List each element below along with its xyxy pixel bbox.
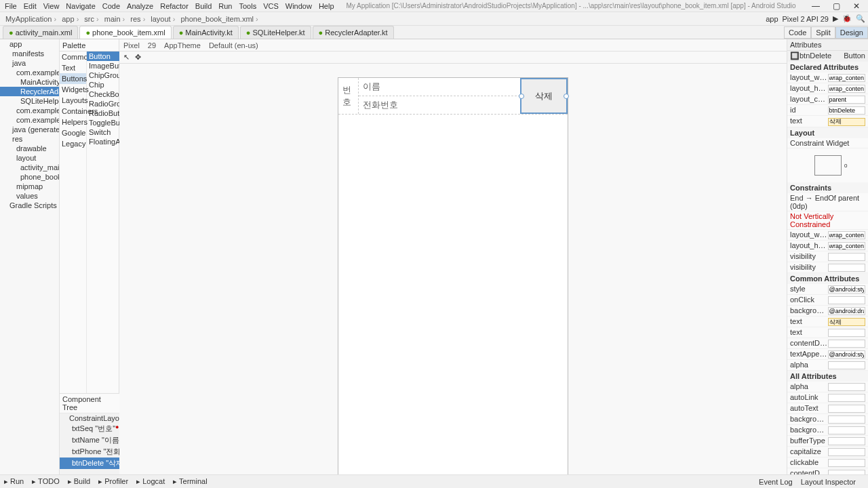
status-right-item[interactable]: Layout Inspector (801, 478, 856, 486)
project-tree-item[interactable]: MainActivity (0, 77, 59, 87)
zoom[interactable]: 29 (148, 41, 156, 49)
tool-window-btn[interactable]: ▸ Logcat (136, 477, 165, 486)
palette-category[interactable]: Widgets (60, 84, 86, 95)
menu-window[interactable]: Window (282, 2, 315, 10)
sec-layout[interactable]: Layout (787, 127, 868, 138)
menu-tools[interactable]: Tools (235, 2, 260, 10)
menu-vcs[interactable]: VCS (260, 2, 282, 10)
attr-value-input[interactable] (828, 106, 866, 115)
attr-value-input[interactable] (828, 448, 866, 456)
project-tree-item[interactable]: manifests (0, 49, 59, 58)
palette-category[interactable]: Google (60, 127, 86, 138)
attr-value-input[interactable] (828, 231, 866, 239)
menu-run[interactable]: Run (215, 2, 235, 10)
mode-code[interactable]: Code (784, 26, 811, 39)
maximize-button[interactable]: ▢ (826, 1, 846, 11)
attr-value-input[interactable] (828, 329, 866, 337)
attr-value-input[interactable] (828, 74, 866, 82)
component-tree-item[interactable]: txtSeq "번호"● (60, 423, 119, 434)
project-tree-item[interactable]: phone_book_item.xml (0, 172, 59, 182)
project-tree-item[interactable]: java (0, 58, 59, 68)
editor-tab[interactable]: ●SQLiteHelper.kt (240, 26, 311, 39)
attr-value-input[interactable] (828, 253, 866, 261)
tool-window-btn[interactable]: ▸ Terminal (173, 477, 207, 486)
attr-value-input[interactable] (828, 383, 866, 391)
attr-value-input[interactable] (828, 264, 866, 272)
menu-build[interactable]: Build (192, 2, 215, 10)
attr-value-input[interactable] (828, 296, 866, 304)
breadcrumb-item[interactable]: app (59, 15, 81, 23)
editor-tab[interactable]: ●activity_main.xml (3, 26, 78, 39)
palette-category[interactable]: Containers (60, 106, 86, 117)
button-delete[interactable]: 삭제 (520, 78, 568, 114)
project-tree-item[interactable]: app (0, 39, 59, 49)
project-tree-item[interactable]: layout (0, 153, 59, 163)
tool-window-btn[interactable]: ▸ TODO (32, 477, 59, 486)
component-tree-item[interactable]: ConstraintLayout (60, 413, 119, 423)
run-icon[interactable]: ▶ (833, 14, 838, 23)
breadcrumb-item[interactable]: src (81, 15, 101, 23)
sec-common[interactable]: Common Attributes (787, 273, 868, 284)
theme[interactable]: AppTheme (164, 41, 201, 49)
breadcrumb-item[interactable]: main (102, 15, 128, 23)
constraint-widget[interactable]: 0 (787, 148, 868, 182)
search-icon[interactable]: 🔍 (856, 14, 865, 23)
project-tree-item[interactable]: com.example.myapplication (0, 106, 59, 115)
attr-value-input[interactable] (828, 437, 866, 445)
editor-tab[interactable]: ●MainActivity.kt (173, 26, 239, 39)
breadcrumb-item[interactable]: layout (148, 15, 178, 23)
palette-category[interactable]: Legacy (60, 138, 86, 149)
sec-constraints[interactable]: Constraints (787, 182, 868, 193)
textview-seq[interactable]: 번호 (338, 78, 359, 114)
attr-value-input[interactable] (828, 242, 866, 250)
menu-help[interactable]: Help (315, 2, 338, 10)
menu-edit[interactable]: Edit (20, 2, 40, 10)
tool-window-btn[interactable]: ▸ Profiler (98, 477, 128, 486)
project-tree-item[interactable]: java (generated) (0, 125, 59, 134)
attr-value-input[interactable] (828, 426, 866, 434)
menu-code[interactable]: Code (99, 2, 123, 10)
tool-window-btn[interactable]: ▸ Run (4, 477, 24, 486)
project-tree-item[interactable]: RecyclerAdapter.kt (0, 87, 59, 96)
device-selector[interactable]: Pixel 2 API 29 (783, 15, 829, 23)
mode-design[interactable]: Design (835, 26, 868, 39)
palette-category[interactable]: Buttons (60, 73, 86, 84)
attr-value-input[interactable] (828, 118, 866, 126)
attr-value-input[interactable] (828, 394, 866, 402)
attr-value-input[interactable] (828, 96, 866, 104)
attr-value-input[interactable] (828, 285, 866, 293)
attr-value-input[interactable] (828, 415, 866, 424)
attr-value-input[interactable] (828, 350, 866, 359)
mode-split[interactable]: Split (811, 26, 835, 39)
editor-tab[interactable]: ●phone_book_item.xml (79, 26, 171, 39)
select-tool-icon[interactable]: ↖ (123, 53, 130, 62)
menu-file[interactable]: File (1, 2, 20, 10)
sec-declared[interactable]: Declared Attributes (787, 62, 868, 73)
palette-category[interactable]: Layouts (60, 95, 86, 106)
textview-phone[interactable]: 전화번호 (359, 96, 520, 114)
editor-tab[interactable]: ●RecyclerAdapter.kt (313, 26, 394, 39)
attr-value-input[interactable] (828, 405, 866, 413)
tool-window-btn[interactable]: ▸ Build (68, 477, 91, 486)
project-tree-item[interactable]: SQLiteHelper.kt (0, 96, 59, 106)
attr-value-input[interactable] (828, 470, 866, 474)
minimize-button[interactable]: — (806, 1, 826, 11)
textview-name[interactable]: 이름 (359, 78, 520, 96)
project-tree-item[interactable]: drawable (0, 144, 59, 153)
project-tree-item[interactable]: Gradle Scripts (0, 201, 59, 210)
project-tree-item[interactable]: mipmap (0, 182, 59, 191)
project-tree-item[interactable]: activity_main.xml (0, 163, 59, 172)
attr-value-input[interactable] (828, 340, 866, 348)
run-config[interactable]: app (766, 15, 778, 23)
project-tree-item[interactable]: com.example.myapplication (0, 68, 59, 77)
debug-icon[interactable]: 🐞 (842, 14, 852, 23)
breadcrumb-item[interactable]: res (127, 15, 148, 23)
locale[interactable]: Default (en-us) (209, 41, 258, 49)
palette-category[interactable]: Common (60, 52, 86, 62)
component-tree-item[interactable]: txtName "이름"⚠ (60, 434, 119, 446)
breadcrumb-item[interactable]: MyApplication (3, 15, 59, 23)
palette-category[interactable]: Text (60, 62, 86, 73)
project-tree-item[interactable]: res (0, 134, 59, 144)
menu-navigate[interactable]: Navigate (62, 2, 98, 10)
status-right-item[interactable]: Event Log (759, 478, 793, 486)
